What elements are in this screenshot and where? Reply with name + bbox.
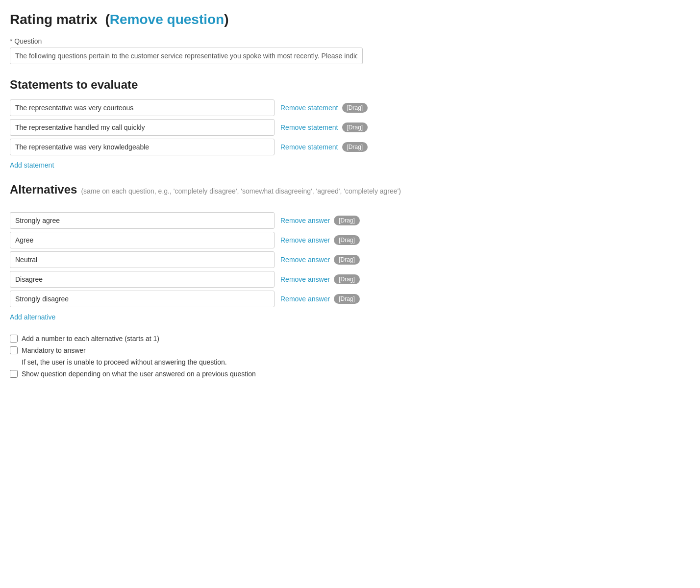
statement-input[interactable] — [10, 119, 275, 136]
statements-section: Statements to evaluate Remove statement[… — [10, 78, 578, 169]
alternative-input[interactable] — [10, 251, 275, 268]
show-question-label: Show question depending on what the user… — [22, 370, 256, 378]
add-alternative-link[interactable]: Add alternative — [10, 313, 55, 321]
question-field-label: * Question — [10, 37, 578, 45]
show-question-checkbox[interactable] — [10, 370, 18, 378]
drag-badge[interactable]: [Drag] — [342, 142, 368, 152]
drag-badge[interactable]: [Drag] — [334, 216, 360, 225]
remove-statement-link[interactable]: Remove statement — [280, 123, 338, 131]
remove-statement-link[interactable]: Remove statement — [280, 143, 338, 151]
alternatives-title-row: Alternatives (same on each question, e.g… — [10, 183, 578, 204]
add-number-row: Add a number to each alternative (starts… — [10, 335, 578, 343]
show-question-row: Show question depending on what the user… — [10, 370, 578, 378]
drag-badge[interactable]: [Drag] — [334, 255, 360, 265]
statement-actions: Remove statement[Drag] — [280, 103, 368, 113]
alternative-row: Remove answer[Drag] — [10, 212, 578, 229]
alternative-actions: Remove answer[Drag] — [280, 294, 360, 304]
alternative-input[interactable] — [10, 212, 275, 229]
alternative-row: Remove answer[Drag] — [10, 271, 578, 288]
mandatory-description: If set, the user is unable to proceed wi… — [22, 358, 578, 366]
remove-answer-link[interactable]: Remove answer — [280, 236, 330, 244]
alternative-actions: Remove answer[Drag] — [280, 216, 360, 225]
remove-answer-link[interactable]: Remove answer — [280, 217, 330, 224]
alternative-actions: Remove answer[Drag] — [280, 274, 360, 284]
alternative-row: Remove answer[Drag] — [10, 291, 578, 307]
alternatives-section: Alternatives (same on each question, e.g… — [10, 183, 578, 321]
remove-question-link[interactable]: Remove question — [110, 12, 224, 27]
alternative-row: Remove answer[Drag] — [10, 251, 578, 268]
alternative-input[interactable] — [10, 232, 275, 248]
statement-row: Remove statement[Drag] — [10, 99, 578, 116]
mandatory-label: Mandatory to answer — [22, 346, 86, 354]
alternatives-list: Remove answer[Drag]Remove answer[Drag]Re… — [10, 212, 578, 307]
question-section: * Question — [10, 37, 578, 64]
statement-input[interactable] — [10, 139, 275, 155]
remove-statement-link[interactable]: Remove statement — [280, 104, 338, 112]
alternative-input[interactable] — [10, 271, 275, 288]
drag-badge[interactable]: [Drag] — [334, 294, 360, 304]
question-input[interactable] — [10, 48, 363, 64]
alternative-actions: Remove answer[Drag] — [280, 235, 360, 245]
drag-badge[interactable]: [Drag] — [334, 274, 360, 284]
statement-row: Remove statement[Drag] — [10, 139, 578, 155]
mandatory-checkbox[interactable] — [10, 346, 18, 354]
alternative-row: Remove answer[Drag] — [10, 232, 578, 248]
alternatives-subtitle: (same on each question, e.g., 'completel… — [81, 187, 401, 195]
statement-row: Remove statement[Drag] — [10, 119, 578, 136]
add-number-label: Add a number to each alternative (starts… — [22, 335, 159, 343]
drag-badge[interactable]: [Drag] — [342, 103, 368, 113]
add-number-checkbox[interactable] — [10, 335, 18, 343]
add-statement-link[interactable]: Add statement — [10, 161, 54, 169]
statements-title: Statements to evaluate — [10, 78, 578, 92]
alternative-input[interactable] — [10, 291, 275, 307]
options-section: Add a number to each alternative (starts… — [10, 335, 578, 378]
statement-input[interactable] — [10, 99, 275, 116]
remove-answer-link[interactable]: Remove answer — [280, 256, 330, 264]
drag-badge[interactable]: [Drag] — [334, 235, 360, 245]
drag-badge[interactable]: [Drag] — [342, 122, 368, 132]
page-title: Rating matrix (Remove question) — [10, 12, 578, 27]
alternatives-title: Alternatives — [10, 183, 77, 196]
statements-list: Remove statement[Drag]Remove statement[D… — [10, 99, 578, 155]
statement-actions: Remove statement[Drag] — [280, 122, 368, 132]
mandatory-row: Mandatory to answer — [10, 346, 578, 354]
alternative-actions: Remove answer[Drag] — [280, 255, 360, 265]
remove-answer-link[interactable]: Remove answer — [280, 295, 330, 303]
remove-answer-link[interactable]: Remove answer — [280, 275, 330, 283]
statement-actions: Remove statement[Drag] — [280, 142, 368, 152]
